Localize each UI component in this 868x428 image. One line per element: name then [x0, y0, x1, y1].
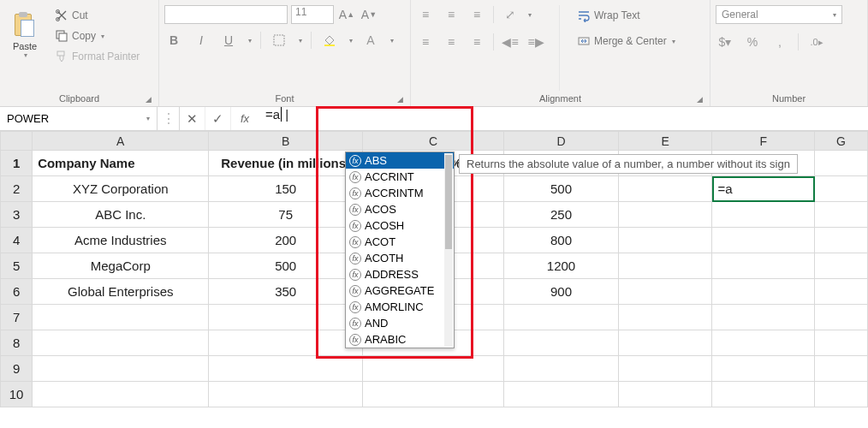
- autocomplete-item[interactable]: fxAND: [346, 315, 454, 331]
- function-autocomplete-dropdown[interactable]: fxABSfxACCRINTfxACCRINTMfxACOSfxACOSHfxA…: [345, 152, 455, 348]
- cell[interactable]: [33, 330, 209, 356]
- col-header[interactable]: F: [712, 132, 815, 151]
- autocomplete-item[interactable]: fxADDRESS: [346, 266, 454, 282]
- cell[interactable]: [619, 330, 712, 356]
- cell[interactable]: MegaCorp: [33, 253, 209, 279]
- cell[interactable]: Revenue (in millions): [209, 151, 362, 176]
- cell[interactable]: Global Enterprises: [33, 279, 209, 305]
- cell[interactable]: [209, 305, 362, 330]
- cell[interactable]: Acme Industries: [33, 228, 209, 253]
- row-header[interactable]: 9: [1, 356, 33, 382]
- cell[interactable]: [815, 202, 868, 228]
- cell[interactable]: [503, 382, 618, 407]
- row-header[interactable]: 6: [1, 279, 33, 305]
- autocomplete-item[interactable]: fxACOS: [346, 201, 454, 217]
- increase-font-button[interactable]: A▲: [337, 5, 356, 24]
- cell[interactable]: [619, 176, 712, 202]
- chevron-down-icon[interactable]: ▾: [299, 37, 302, 45]
- enter-formula-button[interactable]: ✓: [205, 107, 231, 130]
- autocomplete-item[interactable]: fxACCRINTM: [346, 185, 454, 201]
- orientation-button[interactable]: ⤢: [501, 5, 520, 24]
- cell[interactable]: 500: [209, 253, 362, 279]
- font-family-select[interactable]: [164, 5, 288, 24]
- col-header[interactable]: G: [815, 132, 868, 151]
- comma-format-button[interactable]: ,: [770, 33, 789, 51]
- row-header[interactable]: 10: [1, 382, 33, 407]
- cell[interactable]: [209, 330, 362, 356]
- cell[interactable]: Company Name: [33, 151, 209, 176]
- accounting-format-button[interactable]: $▾: [716, 33, 734, 51]
- copy-button[interactable]: Copy ▾: [51, 27, 143, 45]
- autocomplete-item[interactable]: fxAMORLINC: [346, 299, 454, 315]
- autocomplete-item[interactable]: fxABS: [346, 152, 454, 169]
- col-header[interactable]: A: [33, 132, 209, 151]
- row-header[interactable]: 2: [1, 176, 33, 202]
- cell[interactable]: [209, 356, 362, 382]
- autocomplete-item[interactable]: fxACCRINT: [346, 169, 454, 185]
- cell[interactable]: [503, 330, 618, 356]
- col-header[interactable]: B: [209, 132, 362, 151]
- fx-label[interactable]: fx: [231, 107, 259, 130]
- cell[interactable]: [209, 382, 362, 407]
- cell[interactable]: [712, 330, 815, 356]
- cell[interactable]: [712, 305, 815, 330]
- cancel-formula-button[interactable]: ✕: [180, 107, 205, 130]
- decrease-font-button[interactable]: A▼: [360, 5, 378, 24]
- font-color-button[interactable]: A: [361, 31, 380, 50]
- cell[interactable]: [712, 228, 815, 253]
- dialog-launcher-icon[interactable]: ◢: [397, 95, 403, 104]
- cell[interactable]: [815, 330, 868, 356]
- row-header[interactable]: 4: [1, 228, 33, 253]
- cell[interactable]: ABC Inc.: [33, 202, 209, 228]
- cell[interactable]: 250: [503, 202, 618, 228]
- cell[interactable]: [815, 382, 868, 407]
- autocomplete-item[interactable]: fxACOT: [346, 234, 454, 250]
- fill-color-button[interactable]: [320, 31, 339, 50]
- dialog-launcher-icon[interactable]: ◢: [146, 95, 152, 104]
- cell[interactable]: [815, 151, 868, 176]
- cell[interactable]: 75: [209, 202, 362, 228]
- autocomplete-item[interactable]: fxACOSH: [346, 217, 454, 234]
- row-header[interactable]: 5: [1, 253, 33, 279]
- cell[interactable]: [815, 228, 868, 253]
- align-center-button[interactable]: ≡: [442, 33, 461, 51]
- autocomplete-item[interactable]: fxAGGREGATE: [346, 282, 454, 299]
- align-left-button[interactable]: ≡: [416, 33, 435, 51]
- formula-input[interactable]: =a: [259, 107, 868, 130]
- autocomplete-item[interactable]: fxACOTH: [346, 250, 454, 266]
- cell[interactable]: XYZ Corporation: [33, 176, 209, 202]
- cell[interactable]: [619, 279, 712, 305]
- cell[interactable]: [712, 356, 815, 382]
- cell[interactable]: [33, 356, 209, 382]
- cell[interactable]: [362, 356, 503, 382]
- cell[interactable]: 350: [209, 279, 362, 305]
- chevron-down-icon[interactable]: ▾: [349, 37, 353, 45]
- autocomplete-item[interactable]: fxARABIC: [346, 331, 454, 348]
- select-all-corner[interactable]: [1, 132, 33, 151]
- paste-button[interactable]: Paste ▾: [5, 5, 45, 65]
- merge-center-button[interactable]: Merge & Center ▾: [574, 33, 679, 50]
- scrollbar[interactable]: [444, 153, 453, 347]
- chevron-down-icon[interactable]: ▾: [390, 37, 394, 45]
- percent-format-button[interactable]: %: [743, 33, 762, 51]
- cell[interactable]: 150: [209, 176, 362, 202]
- font-size-select[interactable]: 11: [291, 5, 334, 24]
- align-bottom-button[interactable]: ≡: [467, 5, 486, 24]
- cell[interactable]: [619, 202, 712, 228]
- align-top-button[interactable]: ≡: [416, 5, 435, 24]
- cell[interactable]: [33, 305, 209, 330]
- row-header[interactable]: 1: [1, 151, 33, 176]
- increase-indent-button[interactable]: ≡▶: [526, 33, 545, 51]
- cell[interactable]: [815, 279, 868, 305]
- chevron-down-icon[interactable]: ▾: [528, 11, 532, 19]
- bold-button[interactable]: B: [164, 31, 183, 50]
- cell[interactable]: [33, 382, 209, 407]
- cell[interactable]: [503, 305, 618, 330]
- chevron-down-icon[interactable]: ▾: [146, 115, 150, 122]
- spreadsheet-grid[interactable]: A B C D E F G 1Company NameRevenue (in m…: [0, 131, 868, 407]
- cell[interactable]: [619, 253, 712, 279]
- borders-button[interactable]: [270, 31, 288, 50]
- cell[interactable]: 200: [209, 228, 362, 253]
- decrease-indent-button[interactable]: ◀≡: [501, 33, 520, 51]
- italic-button[interactable]: I: [192, 31, 211, 50]
